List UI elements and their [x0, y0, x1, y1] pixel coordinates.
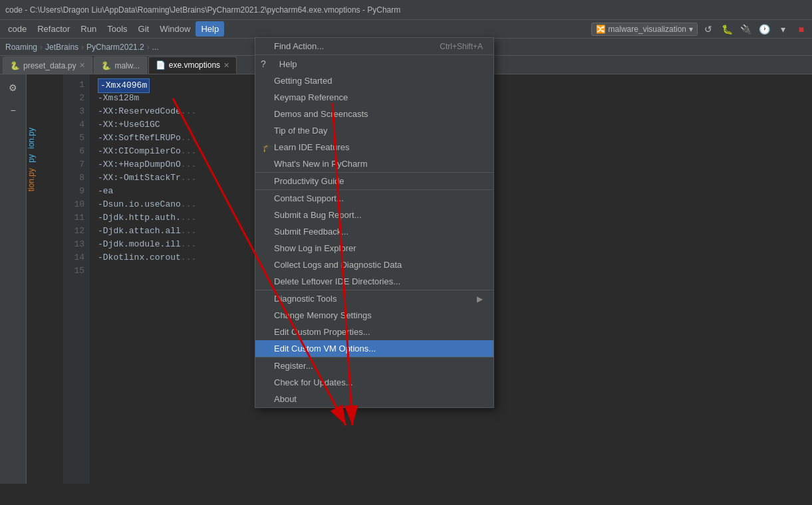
menu-refactor[interactable]: Refactor: [32, 21, 75, 37]
left-panel: ion.py py tion.py: [27, 74, 63, 484]
menu-tools[interactable]: Tools: [102, 21, 132, 37]
submit-feedback-label: Submit Feedback...: [274, 227, 348, 237]
line-7: 7: [63, 158, 84, 171]
menu-window[interactable]: Window: [154, 21, 196, 37]
about-label: About: [274, 394, 297, 404]
breadcrumb-jetbrains[interactable]: JetBrains: [45, 43, 78, 52]
title-bar: code - C:\Users\Dragon Liu\AppData\Roami…: [0, 0, 812, 20]
keymap-reference-label: Keymap Reference: [274, 92, 348, 102]
submenu-arrow-icon: ▶: [477, 294, 483, 304]
title-text: code - C:\Users\Dragon Liu\AppData\Roami…: [5, 5, 400, 15]
line-5: 5: [63, 132, 84, 145]
breadcrumb-pycharm[interactable]: PyCharm2021.2: [86, 43, 144, 52]
getting-started-label: Getting Started: [274, 76, 332, 86]
vcs-branch-name: malware_visualization: [609, 25, 686, 34]
line-12: 12: [63, 225, 84, 238]
menu-code[interactable]: code: [3, 21, 32, 37]
vcs-branch-icon: 🔀: [596, 25, 606, 34]
menu-diagnostic-tools[interactable]: Diagnostic Tools ▶: [255, 290, 493, 307]
breadcrumb-sep-1: ›: [40, 43, 43, 52]
menu-contact-support[interactable]: Contact Support...: [255, 189, 493, 207]
breadcrumb-ellipsis[interactable]: ...: [152, 43, 159, 52]
menu-find-action[interactable]: Find Action... Ctrl+Shift+A: [255, 38, 493, 54]
find-action-shortcut: Ctrl+Shift+A: [440, 42, 483, 51]
vcs-dropdown[interactable]: 🔀 malware_visualization ▾: [591, 23, 698, 36]
menu-tip-of-day[interactable]: Tip of the Day: [255, 122, 493, 139]
clock-button[interactable]: 🕐: [756, 21, 772, 37]
help-label: Help: [279, 59, 297, 69]
menu-collect-diagnostic[interactable]: Collect Logs and Diagnostic Data: [255, 256, 493, 273]
edit-custom-vm-label: Edit Custom VM Options...: [274, 344, 376, 354]
py2-file-icon: 🐍: [101, 61, 111, 70]
delete-leftover-label: Delete Leftover IDE Directories...: [274, 276, 400, 286]
menu-run[interactable]: Run: [75, 21, 102, 37]
help-question-btn[interactable]: ?: [255, 55, 277, 72]
tab-preset-data-label: preset_data.py: [23, 61, 76, 70]
menu-edit-custom-props[interactable]: Edit Custom Properties...: [255, 324, 493, 340]
puzzle-button[interactable]: 🔌: [738, 21, 753, 37]
menu-about[interactable]: About: [255, 391, 493, 407]
menu-learn-ide[interactable]: 🎓 Learn IDE Features: [255, 139, 493, 155]
line-6: 6: [63, 145, 84, 158]
help-menu: Find Action... Ctrl+Shift+A ? Help Getti…: [255, 37, 494, 408]
breadcrumb-sep-3: ›: [147, 43, 150, 52]
breadcrumb-roaming[interactable]: Roaming: [5, 43, 37, 52]
chevron-down-icon: ▾: [689, 25, 693, 34]
tab-vmoptions-label: exe.vmoptions: [169, 60, 220, 70]
register-label: Register...: [274, 361, 313, 371]
menu-productivity-guide[interactable]: Productivity Guide: [255, 172, 493, 189]
menu-getting-started[interactable]: Getting Started: [255, 72, 493, 89]
line-11: 11: [63, 211, 84, 225]
line-14: 14: [63, 251, 84, 264]
menu-submit-feedback[interactable]: Submit Feedback...: [255, 223, 493, 240]
dropdown-button[interactable]: ▾: [775, 21, 791, 37]
tab-preset-data-close[interactable]: ✕: [79, 61, 85, 70]
line-1: 1: [63, 78, 84, 92]
menu-show-log[interactable]: Show Log in Explorer: [255, 240, 493, 256]
breadcrumb-sep-2: ›: [81, 43, 84, 52]
settings-button[interactable]: ⚙: [3, 77, 24, 98]
menu-git[interactable]: Git: [133, 21, 155, 37]
menu-edit-custom-vm[interactable]: Edit Custom VM Options...: [255, 340, 493, 357]
productivity-guide-label: Productivity Guide: [274, 176, 344, 186]
menu-whats-new[interactable]: What's New in PyCharm: [255, 155, 493, 172]
menu-register[interactable]: Register...: [255, 357, 493, 374]
tab-malware[interactable]: 🐍 malw...: [94, 56, 146, 74]
edit-custom-props-label: Edit Custom Properties...: [274, 327, 370, 337]
help-row: ? Help: [255, 54, 493, 72]
line-8: 8: [63, 171, 84, 185]
menu-help[interactable]: Help: [196, 21, 224, 37]
learn-ide-label: Learn IDE Features: [274, 142, 349, 152]
file-tion-py[interactable]: tion.py: [27, 168, 63, 191]
stop-button[interactable]: ■: [793, 21, 809, 37]
file-py[interactable]: py: [27, 154, 63, 163]
change-memory-label: Change Memory Settings: [274, 310, 372, 320]
line-2: 2: [63, 92, 84, 105]
menu-help-item[interactable]: Help: [277, 55, 493, 72]
menu-check-updates[interactable]: Check for Updates...: [255, 374, 493, 391]
menu-change-memory[interactable]: Change Memory Settings: [255, 307, 493, 324]
toolbar-right: 🔀 malware_visualization ▾ ↺ 🐛 🔌 🕐 ▾ ■: [591, 21, 809, 37]
menu-keymap-reference[interactable]: Keymap Reference: [255, 89, 493, 106]
find-action-label: Find Action...: [274, 41, 324, 51]
menu-demos-screencasts[interactable]: Demos and Screencasts: [255, 106, 493, 122]
menu-bar: code Refactor Run Tools Git Window Help …: [0, 20, 812, 39]
line-numbers: 1 2 3 4 5 6 7 8 9 10 11 12 13 14 15: [63, 74, 90, 484]
menu-submit-bug[interactable]: Submit a Bug Report...: [255, 207, 493, 223]
vm-file-icon: 📄: [156, 60, 166, 70]
whats-new-label: What's New in PyCharm: [274, 159, 367, 169]
menu-delete-leftover[interactable]: Delete Leftover IDE Directories...: [255, 273, 493, 290]
minus-button[interactable]: −: [3, 100, 24, 121]
show-log-label: Show Log in Explorer: [274, 243, 356, 253]
tab-vmoptions-close[interactable]: ✕: [223, 61, 229, 70]
tab-preset-data[interactable]: 🐍 preset_data.py ✕: [3, 56, 92, 74]
contact-support-label: Contact Support...: [274, 193, 344, 203]
refresh-button[interactable]: ↺: [700, 21, 716, 37]
file-ion-py[interactable]: ion.py: [27, 128, 63, 149]
bug-button[interactable]: 🐛: [719, 21, 735, 37]
line-15: 15: [63, 264, 84, 278]
submit-bug-label: Submit a Bug Report...: [274, 210, 362, 220]
tab-vmoptions[interactable]: 📄 exe.vmoptions ✕: [148, 56, 237, 74]
learn-ide-icon: 🎓: [262, 142, 273, 152]
diagnostic-tools-label: Diagnostic Tools: [274, 294, 337, 304]
